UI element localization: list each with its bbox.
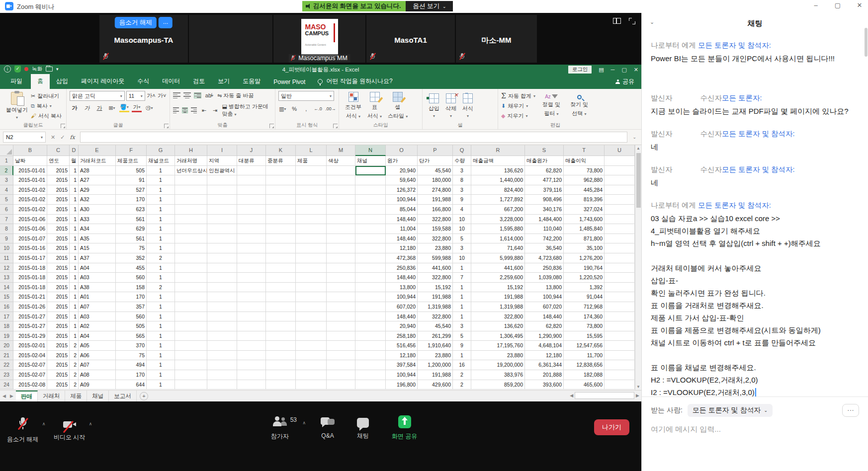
cell-J7[interactable] [237, 215, 266, 225]
align-center-icon[interactable] [182, 107, 188, 113]
column-header-U[interactable]: U [605, 145, 635, 156]
cell-H23[interactable] [175, 370, 207, 380]
align-bottom-icon[interactable] [194, 92, 201, 98]
row-number[interactable]: 1 [0, 156, 13, 166]
row-number[interactable]: 17 [0, 312, 13, 322]
wrap-text-button[interactable]: ⇋ 자동 줄 바꿈 [217, 92, 254, 99]
row-number[interactable]: 15 [0, 292, 13, 302]
cell-S4[interactable]: 379,116 [525, 185, 564, 195]
cell-N10[interactable] [355, 243, 386, 253]
cell-P3[interactable]: 180,000 [418, 175, 453, 185]
cell-M19[interactable] [327, 331, 355, 341]
cell-Q10[interactable]: 3 [453, 243, 471, 253]
cell-S9[interactable]: 742,200 [525, 234, 564, 244]
find-select-button[interactable]: 찾기 및선택 ▾ [567, 91, 591, 121]
mic-options-icon[interactable]: ∧ [42, 421, 46, 426]
cell-E23[interactable]: A08 [79, 370, 116, 380]
scroll-down-icon[interactable]: ▼ [635, 385, 641, 389]
cell-I22[interactable] [207, 360, 237, 370]
sheet-tab-제품[interactable]: 제품 [65, 391, 87, 401]
cell-U1[interactable] [605, 156, 635, 166]
cell-B9[interactable]: 2015-01-07 [13, 234, 47, 244]
cell-H12[interactable] [175, 263, 207, 273]
cell-R14[interactable]: 15,192 [471, 283, 525, 293]
cell-E17[interactable]: A03 [79, 312, 116, 322]
column-header-R[interactable]: R [471, 145, 525, 156]
cell-styles-button[interactable]: 셀스타일 ▾ [385, 91, 411, 121]
cell-Q11[interactable]: 10 [453, 253, 471, 263]
cell-O14[interactable]: 13,800 [386, 283, 418, 293]
chat-more-button[interactable]: ··· [842, 404, 859, 417]
sheet-tab-거래처[interactable]: 거래처 [38, 391, 66, 401]
cell-I24[interactable] [207, 380, 237, 390]
cell-M13[interactable] [327, 273, 355, 283]
cell-J20[interactable] [237, 341, 266, 351]
cell-J12[interactable] [237, 263, 266, 273]
cell-N9[interactable] [355, 234, 386, 244]
ribbon-tab-삽입[interactable]: 삽입 [50, 74, 75, 89]
cell-I21[interactable] [207, 351, 237, 361]
cell-S2[interactable]: 62,820 [525, 166, 564, 176]
cell-P24[interactable]: 429,600 [418, 380, 453, 390]
cell-R18[interactable]: 136,620 [471, 321, 525, 331]
cell-U23[interactable] [605, 370, 635, 380]
cell-R23[interactable]: 383,976 [471, 370, 525, 380]
cell-J22[interactable] [237, 360, 266, 370]
cell-G22[interactable]: 1 [147, 360, 175, 370]
cell-C6[interactable]: 2015 [47, 205, 70, 215]
cell-O19[interactable]: 258,180 [386, 331, 418, 341]
cell-K11[interactable] [266, 253, 296, 263]
select-all-corner[interactable] [0, 145, 13, 156]
cell-M1[interactable]: 색상 [327, 156, 355, 166]
hscroll-left-icon[interactable]: ◀ [570, 393, 573, 398]
cell-D23[interactable]: 2 [70, 370, 79, 380]
cell-R7[interactable]: 3,228,000 [471, 215, 525, 225]
insert-function-icon[interactable]: fx [70, 134, 75, 141]
cell-C7[interactable]: 2015 [47, 215, 70, 225]
cell-U18[interactable] [605, 321, 635, 331]
cell-S14[interactable]: 13,800 [525, 283, 564, 293]
cell-G3[interactable]: 1 [147, 175, 175, 185]
row-number[interactable]: 20 [0, 341, 13, 351]
ribbon-tab-파일[interactable]: 파일 [2, 74, 31, 89]
video-tile[interactable]: 음소거 해제 ... Masocampus-TA [99, 15, 188, 63]
cell-Q16[interactable]: 1 [453, 302, 471, 312]
cell-O11[interactable]: 472,368 [386, 253, 418, 263]
cell-O2[interactable]: 20,940 [386, 166, 418, 176]
format-painter-button[interactable]: 🖌서식 복사 [31, 111, 62, 121]
cell-P13[interactable]: 322,800 [418, 273, 453, 283]
cell-K5[interactable] [266, 195, 296, 205]
cell-U22[interactable] [605, 360, 635, 370]
cell-K18[interactable] [266, 321, 296, 331]
decrease-indent-icon[interactable]: ⇤ [200, 106, 208, 115]
excel-close-icon[interactable]: ✕ [634, 67, 638, 73]
cell-S10[interactable]: 36,540 [525, 243, 564, 253]
ribbon-tab-보기[interactable]: 보기 [211, 74, 236, 89]
format-as-table-button[interactable]: 표서식 ▾ [364, 91, 385, 121]
cell-M4[interactable] [327, 185, 355, 195]
cell-O8[interactable]: 11,004 [386, 224, 418, 234]
align-top-icon[interactable] [173, 92, 180, 98]
sheet-tab-판매[interactable]: 판매 [16, 391, 38, 401]
cell-J11[interactable] [237, 253, 266, 263]
cell-T18[interactable]: 73,800 [564, 321, 605, 331]
cell-T15[interactable]: 91,044 [564, 292, 605, 302]
merge-center-button[interactable]: ⬓ 병합하고 가운데 맞춤 ▾ [222, 103, 272, 118]
row-number[interactable]: 10 [0, 243, 13, 253]
cell-K20[interactable] [266, 341, 296, 351]
cell-H17[interactable] [175, 312, 207, 322]
column-header-Q[interactable]: Q [453, 145, 471, 156]
cell-D21[interactable]: 2 [70, 351, 79, 361]
cell-G23[interactable]: 1 [147, 370, 175, 380]
cell-L3[interactable] [296, 175, 327, 185]
cell-B10[interactable]: 2015-01-16 [13, 243, 47, 253]
cell-M24[interactable] [327, 380, 355, 390]
cell-I1[interactable]: 지역 [207, 156, 237, 166]
cell-E15[interactable]: A01 [79, 292, 116, 302]
autosum-button[interactable]: Σ자동 합계▾ [501, 91, 535, 101]
minimize-button[interactable]: – [811, 1, 820, 9]
cell-C1[interactable]: 연도 [47, 156, 70, 166]
row-number[interactable]: 2 [0, 166, 13, 176]
video-tile[interactable]: MasoTA1 [366, 15, 455, 63]
cell-Q18[interactable]: 3 [453, 321, 471, 331]
